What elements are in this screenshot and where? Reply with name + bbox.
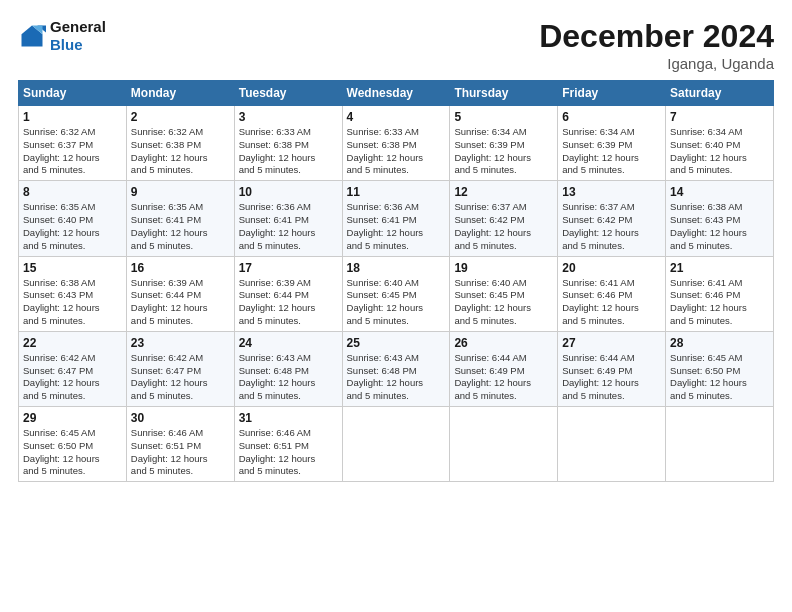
- calendar-cell: 28Sunrise: 6:45 AM Sunset: 6:50 PM Dayli…: [666, 331, 774, 406]
- day-info: Sunrise: 6:39 AM Sunset: 6:44 PM Dayligh…: [131, 277, 230, 328]
- calendar-cell: 31Sunrise: 6:46 AM Sunset: 6:51 PM Dayli…: [234, 407, 342, 482]
- calendar-week-5: 29Sunrise: 6:45 AM Sunset: 6:50 PM Dayli…: [19, 407, 774, 482]
- calendar-cell: 4Sunrise: 6:33 AM Sunset: 6:38 PM Daylig…: [342, 106, 450, 181]
- calendar-cell: 2Sunrise: 6:32 AM Sunset: 6:38 PM Daylig…: [126, 106, 234, 181]
- calendar-cell: [558, 407, 666, 482]
- day-number: 29: [23, 411, 122, 425]
- day-number: 10: [239, 185, 338, 199]
- day-number: 19: [454, 261, 553, 275]
- calendar-cell: [450, 407, 558, 482]
- day-info: Sunrise: 6:34 AM Sunset: 6:40 PM Dayligh…: [670, 126, 769, 177]
- day-info: Sunrise: 6:44 AM Sunset: 6:49 PM Dayligh…: [562, 352, 661, 403]
- day-info: Sunrise: 6:42 AM Sunset: 6:47 PM Dayligh…: [131, 352, 230, 403]
- day-number: 22: [23, 336, 122, 350]
- logo-text: General Blue: [50, 18, 106, 54]
- subtitle: Iganga, Uganda: [539, 55, 774, 72]
- day-info: Sunrise: 6:45 AM Sunset: 6:50 PM Dayligh…: [670, 352, 769, 403]
- day-info: Sunrise: 6:33 AM Sunset: 6:38 PM Dayligh…: [239, 126, 338, 177]
- day-number: 14: [670, 185, 769, 199]
- calendar-cell: 11Sunrise: 6:36 AM Sunset: 6:41 PM Dayli…: [342, 181, 450, 256]
- calendar-cell: 22Sunrise: 6:42 AM Sunset: 6:47 PM Dayli…: [19, 331, 127, 406]
- day-info: Sunrise: 6:35 AM Sunset: 6:41 PM Dayligh…: [131, 201, 230, 252]
- main-title: December 2024: [539, 18, 774, 55]
- day-info: Sunrise: 6:40 AM Sunset: 6:45 PM Dayligh…: [454, 277, 553, 328]
- day-info: Sunrise: 6:38 AM Sunset: 6:43 PM Dayligh…: [23, 277, 122, 328]
- day-number: 7: [670, 110, 769, 124]
- calendar-cell: 23Sunrise: 6:42 AM Sunset: 6:47 PM Dayli…: [126, 331, 234, 406]
- day-number: 12: [454, 185, 553, 199]
- calendar-cell: [666, 407, 774, 482]
- calendar-week-3: 15Sunrise: 6:38 AM Sunset: 6:43 PM Dayli…: [19, 256, 774, 331]
- day-number: 16: [131, 261, 230, 275]
- day-header-tuesday: Tuesday: [234, 81, 342, 106]
- calendar-cell: 10Sunrise: 6:36 AM Sunset: 6:41 PM Dayli…: [234, 181, 342, 256]
- day-number: 6: [562, 110, 661, 124]
- logo: General Blue: [18, 18, 106, 54]
- day-info: Sunrise: 6:36 AM Sunset: 6:41 PM Dayligh…: [347, 201, 446, 252]
- header: General Blue December 2024 Iganga, Ugand…: [18, 18, 774, 72]
- logo-icon: [18, 22, 46, 50]
- day-header-wednesday: Wednesday: [342, 81, 450, 106]
- calendar-cell: 7Sunrise: 6:34 AM Sunset: 6:40 PM Daylig…: [666, 106, 774, 181]
- day-info: Sunrise: 6:39 AM Sunset: 6:44 PM Dayligh…: [239, 277, 338, 328]
- calendar-cell: 25Sunrise: 6:43 AM Sunset: 6:48 PM Dayli…: [342, 331, 450, 406]
- calendar-table: SundayMondayTuesdayWednesdayThursdayFrid…: [18, 80, 774, 482]
- day-number: 26: [454, 336, 553, 350]
- day-info: Sunrise: 6:41 AM Sunset: 6:46 PM Dayligh…: [670, 277, 769, 328]
- calendar-body: 1Sunrise: 6:32 AM Sunset: 6:37 PM Daylig…: [19, 106, 774, 482]
- calendar-cell: 30Sunrise: 6:46 AM Sunset: 6:51 PM Dayli…: [126, 407, 234, 482]
- day-number: 2: [131, 110, 230, 124]
- day-info: Sunrise: 6:34 AM Sunset: 6:39 PM Dayligh…: [562, 126, 661, 177]
- day-number: 17: [239, 261, 338, 275]
- day-number: 18: [347, 261, 446, 275]
- day-number: 27: [562, 336, 661, 350]
- calendar-week-4: 22Sunrise: 6:42 AM Sunset: 6:47 PM Dayli…: [19, 331, 774, 406]
- day-number: 1: [23, 110, 122, 124]
- day-info: Sunrise: 6:43 AM Sunset: 6:48 PM Dayligh…: [239, 352, 338, 403]
- day-number: 9: [131, 185, 230, 199]
- calendar-cell: 26Sunrise: 6:44 AM Sunset: 6:49 PM Dayli…: [450, 331, 558, 406]
- calendar-cell: 12Sunrise: 6:37 AM Sunset: 6:42 PM Dayli…: [450, 181, 558, 256]
- day-header-saturday: Saturday: [666, 81, 774, 106]
- day-info: Sunrise: 6:45 AM Sunset: 6:50 PM Dayligh…: [23, 427, 122, 478]
- calendar-cell: 8Sunrise: 6:35 AM Sunset: 6:40 PM Daylig…: [19, 181, 127, 256]
- calendar-cell: 24Sunrise: 6:43 AM Sunset: 6:48 PM Dayli…: [234, 331, 342, 406]
- day-info: Sunrise: 6:36 AM Sunset: 6:41 PM Dayligh…: [239, 201, 338, 252]
- day-info: Sunrise: 6:34 AM Sunset: 6:39 PM Dayligh…: [454, 126, 553, 177]
- day-number: 11: [347, 185, 446, 199]
- calendar-cell: 15Sunrise: 6:38 AM Sunset: 6:43 PM Dayli…: [19, 256, 127, 331]
- day-number: 31: [239, 411, 338, 425]
- day-info: Sunrise: 6:37 AM Sunset: 6:42 PM Dayligh…: [454, 201, 553, 252]
- calendar-cell: 18Sunrise: 6:40 AM Sunset: 6:45 PM Dayli…: [342, 256, 450, 331]
- day-header-friday: Friday: [558, 81, 666, 106]
- calendar-cell: 5Sunrise: 6:34 AM Sunset: 6:39 PM Daylig…: [450, 106, 558, 181]
- day-number: 5: [454, 110, 553, 124]
- day-number: 15: [23, 261, 122, 275]
- calendar-week-2: 8Sunrise: 6:35 AM Sunset: 6:40 PM Daylig…: [19, 181, 774, 256]
- day-number: 25: [347, 336, 446, 350]
- day-number: 13: [562, 185, 661, 199]
- day-number: 8: [23, 185, 122, 199]
- day-info: Sunrise: 6:46 AM Sunset: 6:51 PM Dayligh…: [239, 427, 338, 478]
- calendar-cell: 3Sunrise: 6:33 AM Sunset: 6:38 PM Daylig…: [234, 106, 342, 181]
- day-header-monday: Monday: [126, 81, 234, 106]
- day-info: Sunrise: 6:35 AM Sunset: 6:40 PM Dayligh…: [23, 201, 122, 252]
- calendar-cell: 27Sunrise: 6:44 AM Sunset: 6:49 PM Dayli…: [558, 331, 666, 406]
- day-number: 21: [670, 261, 769, 275]
- day-info: Sunrise: 6:44 AM Sunset: 6:49 PM Dayligh…: [454, 352, 553, 403]
- day-info: Sunrise: 6:42 AM Sunset: 6:47 PM Dayligh…: [23, 352, 122, 403]
- calendar-cell: 17Sunrise: 6:39 AM Sunset: 6:44 PM Dayli…: [234, 256, 342, 331]
- day-info: Sunrise: 6:40 AM Sunset: 6:45 PM Dayligh…: [347, 277, 446, 328]
- calendar-cell: 6Sunrise: 6:34 AM Sunset: 6:39 PM Daylig…: [558, 106, 666, 181]
- calendar-cell: 29Sunrise: 6:45 AM Sunset: 6:50 PM Dayli…: [19, 407, 127, 482]
- page: General Blue December 2024 Iganga, Ugand…: [0, 0, 792, 612]
- day-number: 28: [670, 336, 769, 350]
- day-info: Sunrise: 6:41 AM Sunset: 6:46 PM Dayligh…: [562, 277, 661, 328]
- day-info: Sunrise: 6:33 AM Sunset: 6:38 PM Dayligh…: [347, 126, 446, 177]
- day-number: 3: [239, 110, 338, 124]
- day-number: 20: [562, 261, 661, 275]
- calendar-cell: 16Sunrise: 6:39 AM Sunset: 6:44 PM Dayli…: [126, 256, 234, 331]
- calendar-cell: 14Sunrise: 6:38 AM Sunset: 6:43 PM Dayli…: [666, 181, 774, 256]
- calendar-week-1: 1Sunrise: 6:32 AM Sunset: 6:37 PM Daylig…: [19, 106, 774, 181]
- day-number: 24: [239, 336, 338, 350]
